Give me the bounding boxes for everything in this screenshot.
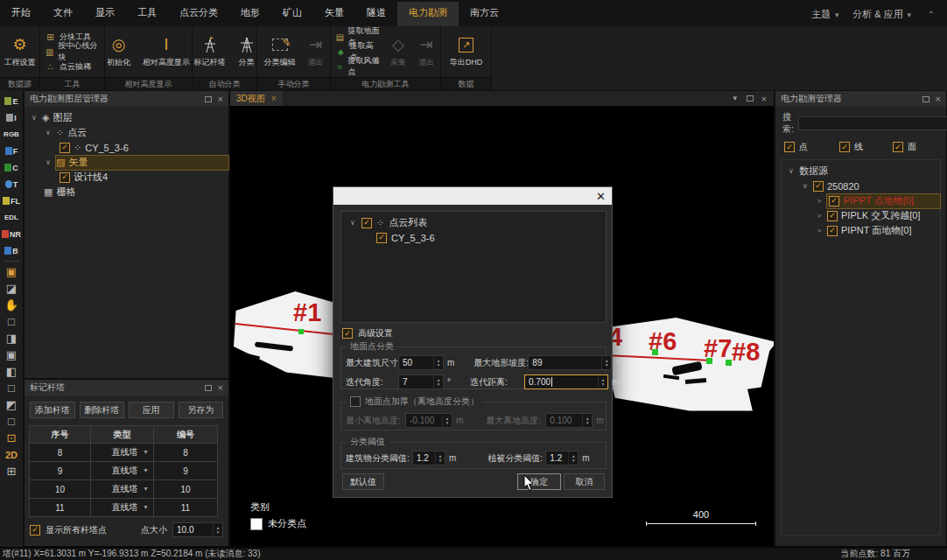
chevron-right-icon[interactable]: > [815,197,824,205]
tower-type-dropdown[interactable]: 直线塔▼ [91,462,154,480]
chevron-down-icon[interactable]: ∨ [30,114,39,122]
filter-points[interactable]: 点 [784,141,808,153]
float-panel-icon[interactable] [205,385,212,391]
time-color-button[interactable]: T [2,176,22,192]
list-checkbox[interactable] [361,218,372,228]
tree-row-pointcloud-group[interactable]: ∨ ⁘ 点云 [25,125,228,140]
float-view-icon[interactable] [747,95,754,102]
tree-row-pointcloud-list[interactable]: ∨ ⁘ 点云列表 [341,215,606,230]
view-cube-iso-button[interactable]: □ [2,413,22,430]
view-cube-front-button[interactable]: □ [2,313,22,330]
analysis-app-menu[interactable]: 分析 & 应用▼ [852,8,912,21]
view-cube-bottom-button[interactable]: ◩ [2,396,22,413]
show-all-towers-checkbox[interactable] [30,525,40,536]
menu-tab-southcloud[interactable]: 南方云 [459,2,510,26]
chevron-right-icon[interactable]: > [815,227,824,234]
tower-type-dropdown[interactable]: 直线塔▼ [91,480,154,499]
menu-tab-start[interactable]: 开始 [0,2,42,26]
nr-color-button[interactable]: NR [2,226,22,242]
list-checkbox[interactable] [376,233,387,243]
advanced-settings-checkbox[interactable] [342,328,353,339]
zoom-extent-button[interactable]: ⊡ [2,430,22,446]
split-by-centerline-button[interactable]: ▥按中心线分块 [45,45,100,60]
tree-row-piplk[interactable]: > PIPLK 交叉跨越[0] [782,208,940,223]
export-dhd-button[interactable]: ↗ 导出DHD [444,26,489,77]
view-cube-top-button[interactable]: □ [2,380,22,396]
menu-tab-vector[interactable]: 矢量 [313,2,355,26]
chevron-right-icon[interactable]: > [815,212,824,220]
iteration-angle-input[interactable]: 7 [398,374,444,389]
lines-checkbox[interactable] [839,142,850,152]
theme-menu[interactable]: 主题▼ [811,8,840,21]
tower-type-dropdown[interactable]: 直线塔▼ [91,444,154,462]
spinner[interactable] [213,523,222,536]
intensity-color-button[interactable]: I [2,109,22,126]
view-cube-left-button[interactable]: ▣ [2,346,22,363]
layer-checkbox[interactable] [60,143,70,153]
iteration-distance-input[interactable]: 0.700 [524,374,608,389]
menu-tab-power-survey[interactable]: 电力勘测 [397,2,459,26]
close-panel-icon[interactable]: × [218,95,223,102]
faces-checkbox[interactable] [893,142,903,152]
edl-button[interactable]: EDL [2,209,22,226]
item-checkbox[interactable] [827,211,838,221]
close-panel-icon[interactable]: × [936,95,941,102]
tree-row-datasource[interactable]: ∨ 数据源 [782,164,940,178]
dataset-checkbox[interactable] [813,181,824,192]
tree-row-dataset[interactable]: ∨ 250820 [782,178,940,193]
close-view-icon[interactable]: × [761,94,767,104]
dialog-title-bar[interactable]: ✕ [333,187,612,205]
project-settings-button[interactable]: ⚙ 工程设置 [0,26,42,77]
rgb-color-button[interactable]: RGB [2,126,22,143]
toggle-2d-button[interactable]: 2D [2,446,22,463]
max-terrain-slope-input[interactable]: 89 [528,355,612,370]
tab-3d-view[interactable]: 3D视图× [230,91,283,106]
menu-tab-terrain[interactable]: 地形 [229,2,271,26]
tower-type-dropdown[interactable]: 直线塔▼ [91,499,154,517]
spinner[interactable] [598,375,607,388]
item-checkbox[interactable] [829,196,839,206]
extract-windage-points-button[interactable]: ≈提取风偏点 [335,60,380,74]
search-input[interactable] [798,116,947,130]
box-select-button[interactable]: ▣ [2,263,22,280]
cube-point-button[interactable]: ◪ [2,280,22,297]
spinner[interactable] [433,375,443,388]
menu-tab-mining[interactable]: 矿山 [271,2,313,26]
class-color-button[interactable]: C [2,159,22,176]
filter-lines[interactable]: 线 [839,141,863,153]
table-row[interactable]: 8 直线塔▼ 8 [30,444,218,462]
chevron-down-icon[interactable]: ∨ [348,219,357,227]
points-checkbox[interactable] [784,142,795,152]
collapse-ribbon-icon[interactable]: ⌃ [928,10,935,19]
chevron-down-icon[interactable]: ∨ [801,182,810,190]
advanced-settings-toggle[interactable]: 高级设置 [342,327,393,340]
flight-color-button[interactable]: F [2,143,22,159]
chevron-down-icon[interactable]: ∨ [44,129,53,136]
save-as-button[interactable]: 另存为 [179,402,224,418]
building-threshold-input[interactable]: 1.2 [412,451,445,466]
classify-edit-button[interactable]: 分类编辑 [258,26,302,77]
vegetation-threshold-input[interactable]: 1.2 [545,451,579,466]
chevron-down-icon[interactable]: ∨ [44,158,53,166]
tree-row-layers[interactable]: ∨ ◈ 图层 [25,110,228,125]
b-color-button[interactable]: B [2,242,22,259]
tree-row-raster-group[interactable]: ▦ 栅格 [25,185,228,200]
close-dialog-icon[interactable]: ✕ [596,191,606,202]
menu-tab-pointcloud-classify[interactable]: 点云分类 [168,2,229,26]
delete-tower-button[interactable]: 删除杆塔 [80,402,125,418]
elevation-color-button[interactable]: E [2,93,22,109]
item-checkbox[interactable] [827,226,838,236]
spinner[interactable] [568,452,578,465]
filter-faces[interactable]: 面 [893,141,916,153]
default-values-button[interactable]: 默认值 [342,473,384,490]
close-panel-icon[interactable]: × [218,384,223,391]
view-cube-right-button[interactable]: ◧ [2,363,22,380]
tree-row-vector-group[interactable]: ∨ ▨ 矢量 [25,155,228,170]
chevron-down-icon[interactable]: ∨ [787,167,796,175]
apply-button[interactable]: 应用 [129,402,174,418]
menu-tab-tools[interactable]: 工具 [126,2,168,26]
initialize-button[interactable]: ◎ 初始化 [101,26,137,77]
tree-row-pipnt[interactable]: > PIPNT 面地物[0] [782,223,940,238]
point-size-input[interactable]: 10.0 [172,522,223,537]
spinner[interactable] [601,356,611,369]
